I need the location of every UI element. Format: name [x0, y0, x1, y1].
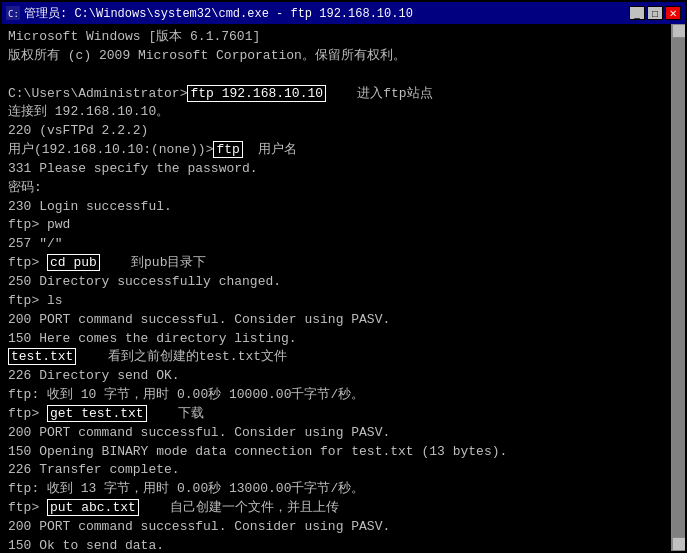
line-4: C:\Users\Administrator>ftp 192.168.10.10…: [8, 85, 665, 104]
title-bar: C: 管理员: C:\Windows\system32\cmd.exe - ft…: [2, 2, 685, 24]
line-19: 226 Directory send OK.: [8, 367, 665, 386]
console: Microsoft Windows [版本 6.1.7601] 版权所有 (c)…: [2, 24, 685, 551]
line-2: 版权所有 (c) 2009 Microsoft Corporation。保留所有…: [8, 47, 665, 66]
minimize-button[interactable]: _: [629, 6, 645, 20]
line-13: ftp> cd pub 到pub目录下: [8, 254, 665, 273]
scroll-track[interactable]: [672, 38, 685, 537]
line-9: 密码:: [8, 179, 665, 198]
line-8: 331 Please specify the password.: [8, 160, 665, 179]
line-16: 200 PORT command successful. Consider us…: [8, 311, 665, 330]
line-20: ftp: 收到 10 字节，用时 0.00秒 10000.00千字节/秒。: [8, 386, 665, 405]
line-6: 220 (vsFTPd 2.2.2): [8, 122, 665, 141]
close-button[interactable]: ✕: [665, 6, 681, 20]
ftp-command-highlight: ftp 192.168.10.10: [187, 85, 326, 102]
line-18: test.txt 看到之前创建的test.txt文件: [8, 348, 665, 367]
line-14: 250 Directory successfully changed.: [8, 273, 665, 292]
svg-text:C:: C:: [8, 9, 19, 19]
get-testtxt-highlight: get test.txt: [47, 405, 147, 422]
line-15: ftp> ls: [8, 292, 665, 311]
line-11: ftp> pwd: [8, 216, 665, 235]
put-abctxt-highlight: put abc.txt: [47, 499, 139, 516]
line-28: 150 Ok to send data.: [8, 537, 665, 551]
window: C: 管理员: C:\Windows\system32\cmd.exe - ft…: [0, 0, 687, 553]
line-24: 226 Transfer complete.: [8, 461, 665, 480]
scrollbar[interactable]: ▲ ▼: [671, 24, 685, 551]
cmd-icon: C:: [6, 6, 20, 20]
cd-pub-highlight: cd pub: [47, 254, 100, 271]
testtxt-highlight: test.txt: [8, 348, 76, 365]
console-output: Microsoft Windows [版本 6.1.7601] 版权所有 (c)…: [8, 28, 665, 551]
title-text: 管理员: C:\Windows\system32\cmd.exe - ftp 1…: [24, 5, 413, 22]
line-3: [8, 66, 665, 85]
line-5: 连接到 192.168.10.10。: [8, 103, 665, 122]
line-25: ftp: 收到 13 字节，用时 0.00秒 13000.00千字节/秒。: [8, 480, 665, 499]
line-17: 150 Here comes the directory listing.: [8, 330, 665, 349]
scroll-down-button[interactable]: ▼: [672, 537, 686, 551]
title-controls: _ □ ✕: [629, 6, 681, 20]
maximize-button[interactable]: □: [647, 6, 663, 20]
line-21: ftp> get test.txt 下载: [8, 405, 665, 424]
line-22: 200 PORT command successful. Consider us…: [8, 424, 665, 443]
line-10: 230 Login successful.: [8, 198, 665, 217]
line-12: 257 "/": [8, 235, 665, 254]
line-27: 200 PORT command successful. Consider us…: [8, 518, 665, 537]
line-26: ftp> put abc.txt 自己创建一个文件，并且上传: [8, 499, 665, 518]
line-7: 用户(192.168.10.10:(none))>ftp 用户名: [8, 141, 665, 160]
scroll-up-button[interactable]: ▲: [672, 24, 686, 38]
ftp-user-highlight: ftp: [213, 141, 242, 158]
line-23: 150 Opening BINARY mode data connection …: [8, 443, 665, 462]
title-bar-left: C: 管理员: C:\Windows\system32\cmd.exe - ft…: [6, 5, 413, 22]
line-1: Microsoft Windows [版本 6.1.7601]: [8, 28, 665, 47]
